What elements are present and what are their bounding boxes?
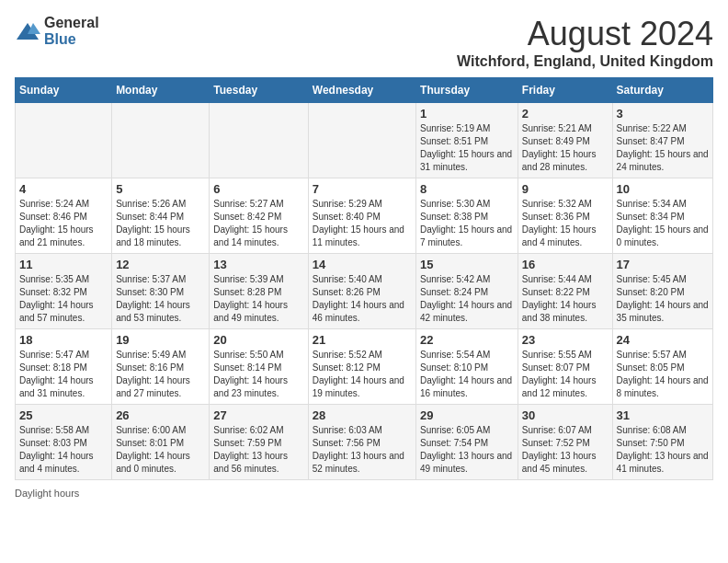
calendar-cell: 30Sunrise: 6:07 AMSunset: 7:52 PMDayligh… [518, 405, 612, 480]
day-info: Sunrise: 5:34 AMSunset: 8:34 PMDaylight:… [617, 198, 709, 249]
calendar-day-header: Thursday [416, 78, 518, 103]
calendar-cell: 11Sunrise: 5:35 AMSunset: 8:32 PMDayligh… [16, 254, 112, 329]
calendar-cell [112, 103, 210, 178]
subtitle: Witchford, England, United Kingdom [457, 53, 713, 70]
day-info: Sunrise: 5:32 AMSunset: 8:36 PMDaylight:… [522, 198, 609, 249]
day-info: Sunrise: 5:21 AMSunset: 8:49 PMDaylight:… [522, 122, 609, 174]
day-info: Sunrise: 5:57 AMSunset: 8:05 PMDaylight:… [617, 349, 709, 400]
day-info: Sunrise: 5:40 AMSunset: 8:26 PMDaylight:… [313, 273, 412, 325]
day-info: Sunrise: 5:52 AMSunset: 8:12 PMDaylight:… [313, 349, 412, 400]
calendar-cell: 27Sunrise: 6:02 AMSunset: 7:59 PMDayligh… [210, 405, 308, 480]
day-info: Sunrise: 5:27 AMSunset: 8:42 PMDaylight:… [213, 198, 303, 249]
calendar-cell: 24Sunrise: 5:57 AMSunset: 8:05 PMDayligh… [612, 329, 712, 405]
calendar-day-header: Sunday [16, 78, 112, 103]
day-info: Sunrise: 5:30 AMSunset: 8:38 PMDaylight:… [420, 198, 514, 249]
calendar-cell: 23Sunrise: 5:55 AMSunset: 8:07 PMDayligh… [518, 329, 612, 405]
day-info: Sunrise: 5:50 AMSunset: 8:14 PMDaylight:… [213, 349, 303, 400]
calendar-week-row: 1Sunrise: 5:19 AMSunset: 8:51 PMDaylight… [16, 103, 713, 178]
day-info: Sunrise: 6:00 AMSunset: 8:01 PMDaylight:… [116, 424, 205, 476]
calendar-cell: 2Sunrise: 5:21 AMSunset: 8:49 PMDaylight… [518, 103, 612, 178]
day-number: 29 [420, 408, 514, 422]
day-number: 18 [19, 333, 108, 347]
day-info: Sunrise: 5:44 AMSunset: 8:22 PMDaylight:… [522, 273, 609, 325]
day-number: 22 [420, 333, 514, 347]
day-info: Sunrise: 6:03 AMSunset: 7:56 PMDaylight:… [313, 424, 412, 476]
day-number: 31 [617, 408, 709, 422]
day-number: 9 [522, 182, 609, 196]
calendar-cell [308, 103, 415, 178]
calendar-cell: 25Sunrise: 5:58 AMSunset: 8:03 PMDayligh… [16, 405, 112, 480]
day-number: 26 [116, 408, 205, 422]
calendar-cell: 10Sunrise: 5:34 AMSunset: 8:34 PMDayligh… [612, 178, 712, 254]
day-info: Sunrise: 5:29 AMSunset: 8:40 PMDaylight:… [313, 198, 412, 249]
day-info: Sunrise: 5:55 AMSunset: 8:07 PMDaylight:… [522, 349, 609, 400]
calendar-week-row: 11Sunrise: 5:35 AMSunset: 8:32 PMDayligh… [16, 254, 713, 329]
day-info: Sunrise: 5:45 AMSunset: 8:20 PMDaylight:… [617, 273, 709, 325]
calendar-cell: 17Sunrise: 5:45 AMSunset: 8:20 PMDayligh… [612, 254, 712, 329]
day-number: 4 [19, 182, 108, 196]
day-info: Sunrise: 6:05 AMSunset: 7:54 PMDaylight:… [420, 424, 514, 476]
calendar-day-header: Wednesday [308, 78, 415, 103]
logo-icon [15, 21, 40, 41]
day-info: Sunrise: 5:22 AMSunset: 8:47 PMDaylight:… [617, 122, 709, 174]
day-info: Sunrise: 5:19 AMSunset: 8:51 PMDaylight:… [420, 122, 514, 174]
day-number: 19 [116, 333, 205, 347]
calendar-cell: 20Sunrise: 5:50 AMSunset: 8:14 PMDayligh… [210, 329, 308, 405]
calendar-cell: 15Sunrise: 5:42 AMSunset: 8:24 PMDayligh… [416, 254, 518, 329]
calendar-cell: 1Sunrise: 5:19 AMSunset: 8:51 PMDaylight… [416, 103, 518, 178]
day-number: 23 [522, 333, 609, 347]
calendar-cell: 9Sunrise: 5:32 AMSunset: 8:36 PMDaylight… [518, 178, 612, 254]
calendar-week-row: 18Sunrise: 5:47 AMSunset: 8:18 PMDayligh… [16, 329, 713, 405]
calendar-week-row: 4Sunrise: 5:24 AMSunset: 8:46 PMDaylight… [16, 178, 713, 254]
calendar-cell: 7Sunrise: 5:29 AMSunset: 8:40 PMDaylight… [308, 178, 415, 254]
calendar-week-row: 25Sunrise: 5:58 AMSunset: 8:03 PMDayligh… [16, 405, 713, 480]
calendar-cell: 8Sunrise: 5:30 AMSunset: 8:38 PMDaylight… [416, 178, 518, 254]
day-number: 27 [213, 408, 303, 422]
calendar-cell: 22Sunrise: 5:54 AMSunset: 8:10 PMDayligh… [416, 329, 518, 405]
day-number: 11 [19, 258, 108, 271]
calendar-cell: 16Sunrise: 5:44 AMSunset: 8:22 PMDayligh… [518, 254, 612, 329]
day-number: 28 [313, 408, 412, 422]
day-number: 30 [522, 408, 609, 422]
day-number: 24 [617, 333, 709, 347]
day-number: 1 [420, 107, 514, 121]
calendar-cell: 13Sunrise: 5:39 AMSunset: 8:28 PMDayligh… [210, 254, 308, 329]
day-number: 2 [522, 107, 609, 121]
day-number: 17 [617, 258, 709, 271]
day-number: 20 [213, 333, 303, 347]
day-info: Sunrise: 5:39 AMSunset: 8:28 PMDaylight:… [213, 273, 303, 325]
calendar-day-header: Friday [518, 78, 612, 103]
calendar-cell: 6Sunrise: 5:27 AMSunset: 8:42 PMDaylight… [210, 178, 308, 254]
logo-general-text: General [44, 15, 99, 30]
day-info: Sunrise: 5:54 AMSunset: 8:10 PMDaylight:… [420, 349, 514, 400]
calendar-cell: 19Sunrise: 5:49 AMSunset: 8:16 PMDayligh… [112, 329, 210, 405]
day-info: Sunrise: 5:49 AMSunset: 8:16 PMDaylight:… [116, 349, 205, 400]
footer-note: Daylight hours [15, 488, 713, 499]
calendar-cell: 21Sunrise: 5:52 AMSunset: 8:12 PMDayligh… [308, 329, 415, 405]
day-number: 25 [19, 408, 108, 422]
day-info: Sunrise: 6:02 AMSunset: 7:59 PMDaylight:… [213, 424, 303, 476]
day-info: Sunrise: 5:24 AMSunset: 8:46 PMDaylight:… [19, 198, 108, 249]
logo: General Blue [15, 15, 99, 48]
calendar-cell [210, 103, 308, 178]
day-info: Sunrise: 6:08 AMSunset: 7:50 PMDaylight:… [617, 424, 709, 476]
day-info: Sunrise: 5:35 AMSunset: 8:32 PMDaylight:… [19, 273, 108, 325]
calendar-cell: 12Sunrise: 5:37 AMSunset: 8:30 PMDayligh… [112, 254, 210, 329]
calendar-cell: 3Sunrise: 5:22 AMSunset: 8:47 PMDaylight… [612, 103, 712, 178]
page-header: General Blue August 2024 Witchford, Engl… [15, 15, 713, 70]
calendar-table: SundayMondayTuesdayWednesdayThursdayFrid… [15, 77, 713, 480]
day-number: 8 [420, 182, 514, 196]
calendar-cell: 29Sunrise: 6:05 AMSunset: 7:54 PMDayligh… [416, 405, 518, 480]
calendar-day-header: Tuesday [210, 78, 308, 103]
title-area: August 2024 Witchford, England, United K… [457, 15, 713, 70]
day-number: 3 [617, 107, 709, 121]
day-info: Sunrise: 5:58 AMSunset: 8:03 PMDaylight:… [19, 424, 108, 476]
logo-blue-text: Blue [44, 31, 76, 47]
day-info: Sunrise: 5:42 AMSunset: 8:24 PMDaylight:… [420, 273, 514, 325]
calendar-cell: 26Sunrise: 6:00 AMSunset: 8:01 PMDayligh… [112, 405, 210, 480]
day-number: 7 [313, 182, 412, 196]
day-number: 12 [116, 258, 205, 271]
main-title: August 2024 [457, 15, 713, 53]
calendar-day-header: Monday [112, 78, 210, 103]
calendar-cell [16, 103, 112, 178]
